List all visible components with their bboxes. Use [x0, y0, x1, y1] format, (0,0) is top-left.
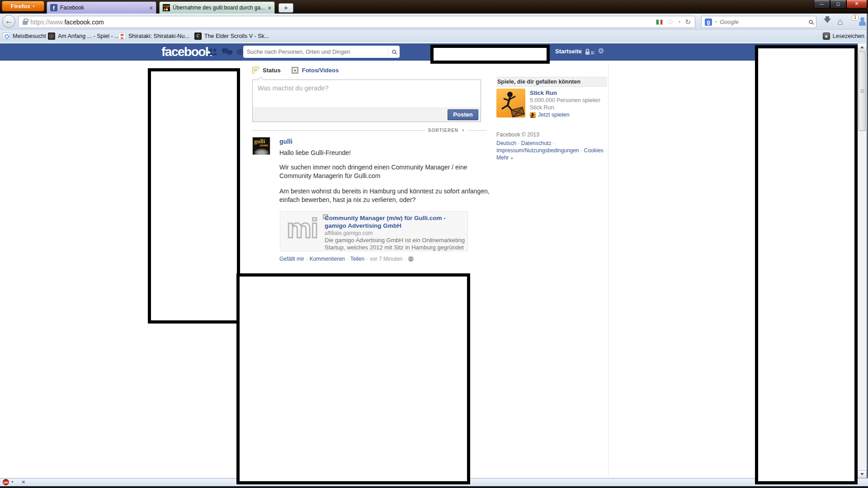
tab-close-icon[interactable]: ×	[149, 5, 153, 11]
link-preview-domain: affiliate.gamigo.com	[325, 230, 373, 236]
google-engine-icon[interactable]: g	[705, 19, 712, 26]
firefox-menu-button[interactable]: Firefox▼	[2, 1, 44, 11]
composer-tab-status[interactable]: Status	[263, 67, 281, 74]
tab-title: Facebook	[60, 5, 146, 11]
italian-flag-icon[interactable]	[656, 19, 663, 25]
window-minimize-button[interactable]: —	[814, 0, 830, 9]
facebook-header	[0, 43, 858, 61]
post-timestamp[interactable]: vor 7 Minuten	[370, 256, 403, 262]
notification-badge[interactable]: 1	[852, 14, 859, 21]
scrollbar-down-button[interactable]	[858, 470, 867, 478]
gear-icon[interactable]: ⚙	[598, 47, 604, 55]
redaction-box	[755, 45, 858, 484]
post-text: Hallo liebe Gulli-Freunde!	[279, 149, 490, 157]
stick-run-link[interactable]: Stick Run	[530, 89, 557, 96]
facebook-home-link[interactable]: Startseite	[555, 48, 582, 55]
search-input[interactable]	[720, 19, 807, 25]
bookmark-elder-scrolls[interactable]: Ϛ The Elder Scrolls V - Sk...	[194, 30, 269, 42]
back-button[interactable]: ←	[2, 15, 15, 28]
redaction-box	[236, 273, 470, 484]
facebook-search-input[interactable]	[243, 49, 388, 55]
stick-run-game-icon[interactable]	[496, 89, 525, 117]
adblock-plus-icon[interactable]: ABP	[3, 479, 9, 485]
link-preview-title[interactable]: Community Manager (m/w) für Gulli.com - …	[325, 214, 461, 230]
messages-icon[interactable]	[222, 48, 233, 55]
skyrim-favicon-icon: Ϛ	[194, 33, 202, 40]
window-close-button[interactable]: ×	[846, 0, 867, 9]
url-dropdown-icon[interactable]: ▼	[678, 20, 681, 23]
facebook-copyright: Facebook © 2013	[496, 131, 539, 138]
games-suggestion-header: Spiele, die dir gefallen könnten	[496, 77, 607, 87]
facebook-logo[interactable]: facebook	[161, 45, 212, 59]
engine-dropdown-icon[interactable]: ▼	[714, 20, 717, 23]
footer-more-link[interactable]: Mehr	[496, 155, 509, 161]
tab-facebook[interactable]: f Facebook ×	[47, 1, 156, 14]
bookmarks-toolbar: Meistbesucht Am Anfang ... - Spiel - ...…	[0, 30, 868, 42]
header-divider	[595, 48, 595, 55]
composer-tab-photos[interactable]: Fotos/Videos	[302, 67, 339, 74]
search-magnifier-icon[interactable]	[809, 20, 813, 24]
game-favicon-icon	[48, 33, 55, 40]
bookmark-star-icon[interactable]: ☆	[667, 17, 674, 27]
tab-close-icon[interactable]: ×	[268, 5, 271, 11]
footer-imprint-link[interactable]: Impressum/Nutzungsbedingungen	[496, 147, 579, 154]
status-note-icon	[252, 67, 259, 74]
new-tab-button[interactable]: +	[278, 3, 293, 13]
facebook-search-button[interactable]	[388, 47, 400, 56]
bookmark-shirataki[interactable]: MH Shirataki: Shirataki-Nu...	[118, 30, 189, 42]
link-preview-card[interactable]: mi Community Manager (m/w) für Gulli.com…	[280, 211, 468, 251]
comment-link[interactable]: Kommentieren	[310, 256, 345, 262]
notifications-globe-icon[interactable]	[236, 48, 244, 56]
chevron-down-icon: ▼	[32, 5, 35, 8]
friend-requests-icon[interactable]	[208, 48, 218, 55]
post-author-link[interactable]: gulli	[279, 138, 292, 145]
facebook-favicon-icon: f	[50, 4, 57, 11]
bookmarks-menu-button[interactable]: ★ Lesezeichen	[823, 30, 864, 42]
footer-cookies-link[interactable]: Cookies	[584, 147, 603, 154]
sort-dropdown[interactable]: SORTIEREN	[428, 128, 458, 133]
star-icon: ★	[823, 33, 830, 40]
share-link[interactable]: Teilen	[350, 256, 364, 262]
redaction-box	[430, 45, 550, 64]
ngb-favicon-icon: ngb	[163, 4, 170, 11]
public-globe-icon	[408, 256, 414, 262]
browser-search-box[interactable]: g ▼	[701, 16, 816, 28]
chevron-down-icon: ▼	[462, 129, 465, 132]
scrollbar-up-button[interactable]	[858, 43, 867, 51]
footer-privacy-link[interactable]: Datenschutz	[521, 140, 552, 146]
magnifier-icon	[392, 50, 396, 54]
reload-icon[interactable]: ↻	[685, 18, 691, 26]
post-button[interactable]: Posten	[448, 109, 478, 120]
post-text: Am besten wohnst du bereits in Hamburg u…	[279, 187, 490, 204]
facebook-footer-links: Deutsch · Datenschutz · Impressum/Nutzun…	[496, 140, 610, 162]
post-avatar[interactable]: gulli :news	[252, 137, 270, 155]
bookmark-am-anfang[interactable]: Am Anfang ... - Spiel - ...	[48, 30, 119, 42]
url-bar[interactable]: https://www.facebook.com ☆ ▼ ↻	[18, 16, 695, 28]
post-actions: Gefällt mir Kommentieren Teilen vor 7 Mi…	[279, 256, 414, 262]
composer-placeholder: Was machst du gerade?	[258, 84, 329, 92]
ssl-lock-icon	[23, 21, 28, 25]
redaction-box	[148, 68, 240, 324]
composer-footer: Posten	[253, 108, 481, 122]
downloads-icon[interactable]	[824, 19, 831, 27]
status-composer[interactable]: Was machst du gerade? Posten	[252, 80, 481, 122]
privacy-shortcuts-icon[interactable]	[585, 49, 594, 55]
link-preview-description: Die gamigo Advertising GmbH ist ein Onli…	[325, 237, 466, 251]
mh-favicon-icon: MH	[118, 33, 126, 40]
column-divider	[608, 63, 609, 477]
footer-language-link[interactable]: Deutsch	[496, 140, 516, 146]
chevron-down-icon[interactable]: ▼	[11, 480, 14, 483]
play-now-link[interactable]: Jetzt spielen	[538, 112, 569, 118]
feed-sort-bar: SORTIEREN ▼	[252, 128, 487, 133]
scrollbar-thumb[interactable]	[859, 52, 866, 131]
taskbar-strip	[0, 486, 868, 488]
home-icon[interactable]: ⌂	[837, 16, 843, 27]
facebook-search-bar[interactable]	[243, 46, 400, 58]
like-link[interactable]: Gefällt mir	[279, 256, 304, 262]
window-restore-button[interactable]: ◻	[830, 0, 846, 9]
bookmark-meistbesucht[interactable]: Meistbesucht	[3, 30, 46, 42]
profile-person-icon[interactable]	[859, 17, 866, 26]
tab-gulliboard[interactable]: ngb Übernahme des gulli:board durch ga..…	[159, 1, 275, 14]
play-now-row[interactable]: Jetzt spielen	[530, 112, 569, 118]
addon-bar-close-icon[interactable]: ×	[22, 479, 25, 485]
